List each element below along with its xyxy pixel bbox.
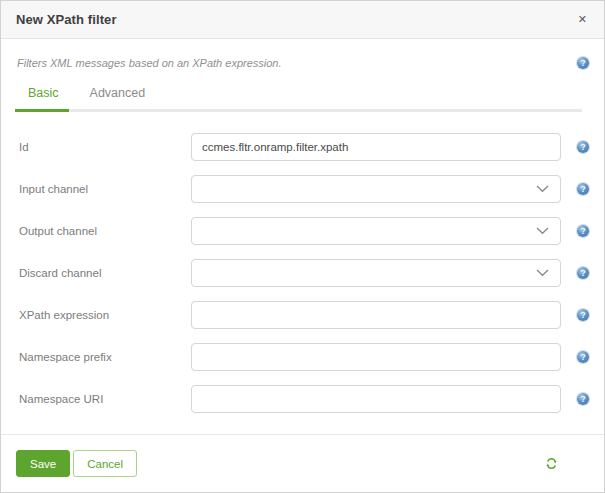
input-channel-field-row: Input channel ? (16, 175, 589, 203)
dialog-header: New XPath filter ✕ (1, 1, 604, 39)
help-icon[interactable]: ? (577, 309, 589, 321)
discard-channel-field-row: Discard channel ? (16, 259, 589, 287)
namespace-prefix-field-row: Namespace prefix ? (16, 343, 589, 371)
discard-channel-select[interactable] (191, 259, 561, 287)
output-channel-field-row: Output channel ? (16, 217, 589, 245)
dialog-title: New XPath filter (16, 12, 117, 27)
refresh-icon[interactable] (545, 457, 558, 470)
xpath-expression-field-row: XPath expression ? (16, 301, 589, 329)
field-label: Discard channel (16, 267, 191, 279)
field-label: Namespace URI (16, 393, 191, 405)
help-icon[interactable]: ? (577, 267, 589, 279)
dialog-footer: Save Cancel (1, 434, 604, 477)
cancel-button[interactable]: Cancel (73, 450, 137, 477)
id-field-row: Id ? (16, 133, 589, 161)
new-xpath-filter-dialog: New XPath filter ✕ Filters XML messages … (0, 0, 605, 493)
field-label: Output channel (16, 225, 191, 237)
tab-bar: Basic Advanced (1, 86, 604, 109)
chevron-down-icon (536, 269, 549, 277)
namespace-uri-field-row: Namespace URI ? (16, 385, 589, 413)
chevron-down-icon (536, 227, 549, 235)
active-tab-indicator (15, 109, 69, 112)
field-label: Id (16, 141, 191, 153)
xpath-expression-input[interactable] (191, 301, 561, 329)
input-channel-select[interactable] (191, 175, 561, 203)
namespace-uri-input[interactable] (191, 385, 561, 413)
id-input[interactable] (191, 133, 561, 161)
help-icon[interactable]: ? (577, 393, 589, 405)
help-icon[interactable]: ? (577, 225, 589, 237)
basic-tab-form: Id ? Input channel ? Output channel ? (1, 133, 604, 427)
save-button[interactable]: Save (16, 450, 70, 477)
description-row: Filters XML messages based on an XPath e… (1, 57, 604, 69)
help-icon[interactable]: ? (577, 351, 589, 363)
help-icon[interactable]: ? (577, 183, 589, 195)
tab-advanced[interactable]: Advanced (90, 86, 146, 109)
field-label: XPath expression (16, 309, 191, 321)
tab-basic[interactable]: Basic (28, 86, 59, 109)
tabs-underline (15, 109, 582, 112)
help-icon[interactable]: ? (577, 141, 589, 153)
chevron-down-icon (536, 185, 549, 193)
output-channel-select[interactable] (191, 217, 561, 245)
help-icon[interactable]: ? (577, 57, 589, 69)
close-icon[interactable]: ✕ (576, 12, 589, 27)
field-label: Namespace prefix (16, 351, 191, 363)
namespace-prefix-input[interactable] (191, 343, 561, 371)
field-label: Input channel (16, 183, 191, 195)
dialog-description: Filters XML messages based on an XPath e… (17, 57, 282, 69)
